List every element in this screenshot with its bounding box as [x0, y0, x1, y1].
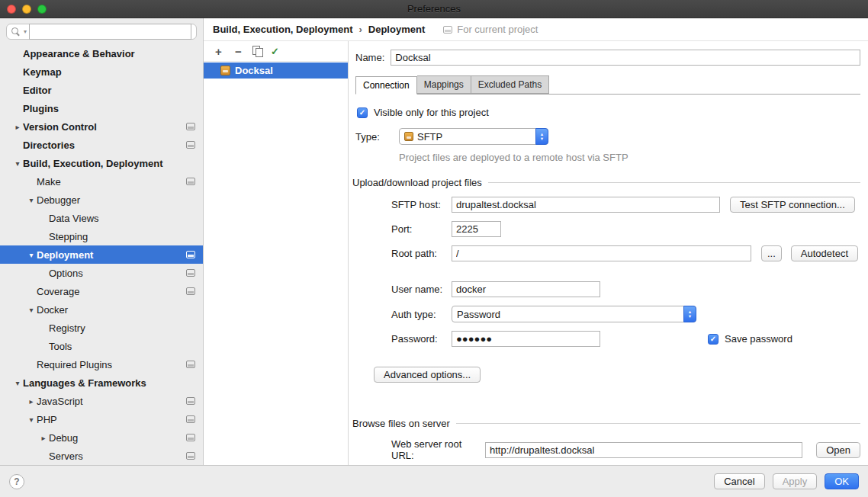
type-select[interactable]: SFTP ▲ ▼ [399, 128, 548, 145]
sidebar-item-editor[interactable]: Editor [0, 81, 203, 99]
tab-mappings[interactable]: Mappings [417, 75, 471, 94]
project-settings-icon [186, 269, 195, 277]
sidebar-item-docker[interactable]: ▾Docker [0, 300, 203, 319]
sidebar-item-stepping[interactable]: Stepping [0, 227, 203, 245]
open-button[interactable]: Open [816, 442, 860, 458]
sftp-host-row: SFTP host: Test SFTP connection... [391, 197, 860, 213]
save-password-label: Save password [725, 333, 792, 345]
apply-button[interactable]: Apply [773, 473, 818, 489]
sidebar-item-debugger[interactable]: ▾Debugger [0, 191, 203, 209]
use-as-default-icon[interactable]: ✓ [271, 46, 279, 57]
chevron-expanded-icon[interactable]: ▾ [12, 159, 23, 168]
project-settings-icon [186, 397, 195, 405]
sidebar-item-registry[interactable]: Registry [0, 319, 203, 337]
chevron-expanded-icon[interactable]: ▾ [26, 415, 37, 424]
ok-button[interactable]: OK [825, 473, 859, 489]
chevron-collapsed-icon[interactable]: ▸ [26, 397, 37, 406]
chevron-down-icon: ▼ [688, 315, 692, 319]
project-scope-icon [443, 26, 452, 34]
auth-type-row: Auth type: Password ▲ ▼ [391, 306, 860, 322]
name-input[interactable] [391, 50, 860, 66]
web-root-label: Web server root URL: [391, 438, 485, 461]
sidebar-item-php[interactable]: ▾PHP [0, 410, 203, 428]
sidebar-item-make[interactable]: Make [0, 172, 203, 191]
select-stepper-icon[interactable]: ▲ ▼ [683, 306, 696, 322]
chevron-expanded-icon[interactable]: ▾ [26, 306, 37, 314]
password-input[interactable] [452, 331, 600, 347]
server-list-item-docksal[interactable]: Docksal [204, 63, 348, 79]
chevron-up-icon: ▲ [540, 133, 544, 136]
help-button[interactable]: ? [9, 474, 24, 489]
sidebar-item-directories[interactable]: Directories [0, 136, 203, 154]
visible-only-checkbox[interactable]: ✓ [357, 107, 368, 118]
project-settings-icon [186, 415, 195, 423]
breadcrumb-separator-icon: › [358, 24, 362, 35]
chevron-expanded-icon[interactable]: ▾ [26, 251, 37, 259]
browse-section-header: Browse files on server [352, 418, 860, 429]
project-settings-icon [186, 123, 195, 130]
add-icon[interactable]: + [213, 46, 224, 57]
settings-tree: Appearance & Behavior Keymap Editor Plug… [0, 44, 203, 465]
chevron-collapsed-icon[interactable]: ▸ [12, 123, 23, 131]
breadcrumb-parent[interactable]: Build, Execution, Deployment [213, 24, 352, 35]
scope-indicator: For current project [443, 24, 538, 35]
project-settings-icon [186, 452, 195, 460]
sidebar-item-label: JavaScript [37, 396, 83, 407]
port-input[interactable] [452, 221, 501, 237]
root-path-input[interactable] [452, 245, 751, 261]
sidebar-item-label: Build, Execution, Deployment [23, 158, 162, 169]
chevron-expanded-icon[interactable]: ▾ [12, 379, 23, 387]
tab-connection[interactable]: Connection [355, 76, 417, 95]
user-name-input[interactable] [452, 281, 600, 297]
sidebar-item-label: Make [37, 176, 61, 188]
sidebar-item-keymap[interactable]: Keymap [0, 63, 203, 81]
chevron-expanded-icon[interactable]: ▾ [26, 196, 37, 204]
copy-icon[interactable] [252, 46, 262, 56]
name-row: Name: [355, 50, 860, 66]
sidebar-item-coverage[interactable]: Coverage [0, 282, 203, 300]
sidebar-item-data-views[interactable]: Data Views [0, 209, 203, 227]
sidebar-item-plugins[interactable]: Plugins [0, 99, 203, 117]
settings-search[interactable]: ▾ [6, 24, 197, 40]
close-button[interactable] [7, 5, 16, 14]
autodetect-button[interactable]: Autodetect [791, 245, 858, 261]
sidebar-item-label: Languages & Frameworks [23, 377, 146, 389]
sftp-host-input[interactable] [452, 197, 720, 213]
search-caret-icon: ▾ [24, 29, 27, 35]
settings-search-input[interactable] [29, 24, 191, 40]
sidebar-item-javascript[interactable]: ▸JavaScript [0, 392, 203, 410]
minimize-button[interactable] [22, 5, 31, 14]
chevron-collapsed-icon[interactable]: ▸ [38, 434, 49, 442]
sidebar-item-label: Version Control [23, 121, 97, 133]
remove-icon[interactable]: − [233, 46, 244, 57]
root-path-browse-button[interactable]: ... [761, 245, 782, 261]
sidebar-item-build-execution-deployment[interactable]: ▾Build, Execution, Deployment [0, 154, 203, 172]
tab-excluded-paths[interactable]: Excluded Paths [471, 75, 549, 94]
save-password-checkbox[interactable]: ✓ [708, 334, 719, 345]
sidebar-item-debug[interactable]: ▸Debug [0, 428, 203, 447]
root-path-row: Root path: ... Autodetect [391, 245, 860, 261]
sidebar-item-label: Registry [49, 322, 85, 334]
zoom-button[interactable] [37, 5, 47, 14]
cancel-button[interactable]: Cancel [714, 473, 764, 489]
sidebar-item-deployment[interactable]: ▾Deployment [0, 245, 203, 264]
config-tabs: Connection Mappings Excluded Paths [355, 75, 860, 95]
select-stepper-icon[interactable]: ▲ ▼ [535, 128, 548, 145]
advanced-options-button[interactable]: Advanced options... [374, 367, 481, 383]
auth-type-select[interactable]: Password ▲ ▼ [452, 306, 696, 322]
password-row: Password: ✓ Save password [391, 331, 860, 347]
sidebar-item-label: Tools [49, 341, 72, 352]
sidebar-item-options[interactable]: Options [0, 264, 203, 282]
sidebar-item-servers[interactable]: Servers [0, 447, 203, 465]
web-root-input[interactable] [485, 442, 802, 458]
sftp-type-icon [404, 132, 413, 141]
sidebar-item-appearance-behavior[interactable]: Appearance & Behavior [0, 44, 203, 63]
sidebar-item-languages-frameworks[interactable]: ▾Languages & Frameworks [0, 374, 203, 392]
test-connection-button[interactable]: Test SFTP connection... [730, 197, 855, 213]
visible-only-label: Visible only for this project [374, 107, 489, 118]
preferences-window: Preferences ▾ Appearance & Behavior Keym… [0, 0, 868, 497]
deployment-panel: + − ✓ Docksal Name: [204, 41, 868, 465]
sidebar-item-tools[interactable]: Tools [0, 337, 203, 355]
sidebar-item-required-plugins[interactable]: Required Plugins [0, 355, 203, 374]
sidebar-item-version-control[interactable]: ▸Version Control [0, 117, 203, 136]
